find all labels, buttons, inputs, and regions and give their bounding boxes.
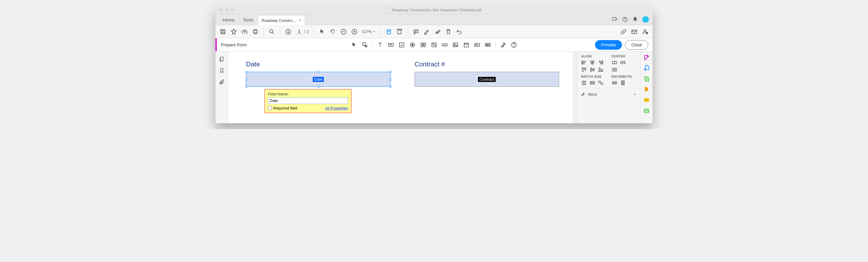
bell-icon[interactable] [632, 17, 638, 23]
svg-point-2 [625, 21, 625, 21]
align-center-h-icon[interactable] [589, 60, 595, 65]
required-checkbox-input[interactable] [268, 106, 272, 110]
svg-rect-32 [583, 63, 584, 64]
date-field-icon[interactable] [463, 41, 470, 48]
pointer-icon[interactable] [319, 28, 326, 35]
date-field-tag: Date [313, 77, 324, 82]
edit-pdf-tool-icon[interactable] [643, 54, 650, 60]
svg-rect-48 [584, 81, 586, 85]
preview-button[interactable]: Preview [595, 40, 622, 50]
radio-icon[interactable] [409, 41, 416, 48]
hand-icon[interactable] [330, 28, 336, 35]
pages-icon[interactable] [219, 56, 225, 62]
center-v-icon[interactable] [620, 60, 626, 65]
match-both-icon[interactable] [598, 80, 604, 86]
zoom-select[interactable]: 117%▼ [362, 29, 376, 34]
save-icon[interactable] [220, 28, 226, 35]
tab-home[interactable]: Home [218, 15, 239, 25]
page-display-icon[interactable] [396, 28, 403, 35]
tab-tools[interactable]: Tools [239, 15, 258, 25]
prepare-form-bar: Prepare Form OK Preview Close [216, 38, 652, 52]
zoom-in-icon[interactable] [351, 28, 358, 35]
select-tool-icon[interactable] [351, 41, 358, 48]
traffic-close[interactable] [219, 8, 223, 12]
help-circle-icon[interactable] [510, 41, 517, 48]
field-name-input[interactable] [268, 97, 348, 104]
combine-tool-icon[interactable] [643, 75, 650, 82]
traffic-minimize[interactable] [225, 8, 229, 12]
svg-rect-54 [614, 81, 615, 84]
traffic-zoom[interactable] [231, 8, 235, 12]
comment-tool-icon[interactable] [643, 97, 650, 103]
align-right-icon[interactable] [598, 60, 604, 65]
text-field-icon[interactable] [388, 41, 394, 48]
document-canvas[interactable]: Date Date Contract # Contract [228, 52, 577, 123]
draw-icon[interactable] [434, 28, 441, 35]
svg-rect-30 [220, 57, 223, 61]
undo-icon[interactable] [456, 28, 462, 35]
edit-form-icon[interactable] [362, 41, 368, 48]
mail-icon[interactable] [631, 28, 638, 35]
align-middle-icon[interactable] [589, 67, 595, 72]
svg-rect-57 [621, 83, 624, 84]
help-icon[interactable] [622, 17, 628, 23]
match-height-icon[interactable] [589, 80, 595, 86]
pin-icon[interactable] [500, 41, 506, 48]
highlight-icon[interactable] [424, 28, 430, 35]
svg-rect-35 [599, 61, 602, 62]
cloud-upload-icon[interactable] [241, 28, 248, 35]
avatar[interactable] [642, 16, 649, 23]
document-tab[interactable]: Roadway Constru... × [258, 15, 305, 25]
svg-rect-52 [601, 83, 603, 85]
date-form-field[interactable]: Date [246, 72, 391, 87]
organize-tool-icon[interactable] [643, 108, 650, 114]
more-dropdown[interactable]: More ▼ [581, 91, 636, 98]
close-tab-icon[interactable]: × [299, 18, 301, 23]
center-both-icon[interactable] [612, 67, 618, 72]
align-top-icon[interactable] [581, 67, 587, 72]
dropdown-icon[interactable] [431, 41, 437, 48]
svg-point-12 [644, 30, 646, 32]
page-down-icon[interactable] [285, 28, 291, 35]
text-icon[interactable] [377, 41, 383, 48]
search-icon[interactable] [269, 28, 275, 35]
close-button[interactable]: Close [625, 40, 648, 50]
button-icon[interactable]: OK [441, 41, 448, 48]
center-h-icon[interactable] [612, 60, 618, 65]
scrollbar[interactable] [573, 52, 577, 123]
svg-point-29 [514, 46, 514, 46]
main-toolbar: / 2 117%▼ [216, 25, 652, 38]
svg-rect-62 [644, 98, 649, 102]
contract-form-field[interactable]: Contract [414, 72, 559, 87]
page-current-input[interactable] [296, 29, 303, 34]
svg-text:OK: OK [443, 44, 446, 46]
fit-width-icon[interactable] [385, 28, 392, 35]
distribute-h-icon[interactable] [612, 80, 618, 86]
signature-icon[interactable] [474, 41, 480, 48]
delete-icon[interactable] [445, 28, 452, 35]
checkbox-icon[interactable] [398, 41, 405, 48]
svg-rect-47 [582, 81, 584, 85]
profile-icon[interactable] [642, 28, 648, 35]
align-bottom-icon[interactable] [598, 67, 604, 72]
required-field-checkbox[interactable]: Required field [268, 106, 297, 110]
distribute-v-icon[interactable] [620, 80, 626, 86]
all-properties-link[interactable]: All Properties [325, 106, 348, 110]
window-title: Roadway Construction Site Inspection Che… [387, 8, 481, 12]
comment-icon[interactable] [413, 28, 419, 35]
match-width-icon[interactable] [581, 80, 587, 86]
create-pdf-tool-icon[interactable] [643, 65, 650, 71]
star-icon[interactable] [230, 28, 237, 35]
bookmark-icon[interactable] [219, 68, 225, 73]
list-icon[interactable] [420, 41, 427, 48]
page-total: 2 [307, 29, 309, 34]
print-icon[interactable] [252, 28, 258, 35]
barcode-icon[interactable] [485, 41, 491, 48]
screen-share-icon[interactable] [612, 17, 618, 23]
attachment-icon[interactable] [219, 79, 225, 85]
image-field-icon[interactable] [452, 41, 459, 48]
align-left-icon[interactable] [581, 60, 587, 65]
export-tool-icon[interactable] [643, 86, 650, 93]
zoom-out-icon[interactable] [340, 28, 347, 35]
link-icon[interactable] [620, 28, 627, 35]
